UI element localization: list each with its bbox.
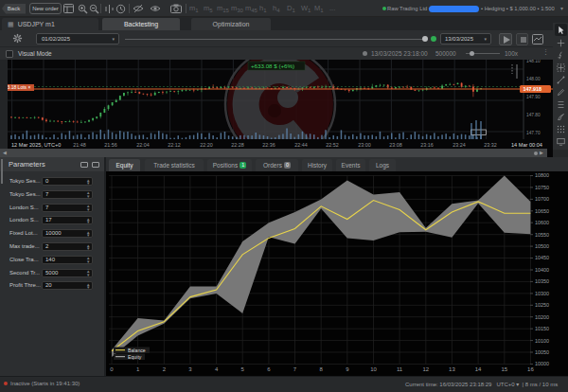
- svg-text:23:16: 23:16: [420, 142, 434, 148]
- svg-text:10800: 10800: [535, 172, 549, 178]
- svg-text:10750: 10750: [535, 185, 549, 190]
- svg-text:Equity: Equity: [128, 354, 142, 360]
- svg-text:14 Mar 00:04: 14 Mar 00:04: [511, 142, 542, 148]
- svg-text:10350: 10350: [535, 278, 549, 284]
- svg-text:148.10: 148.10: [526, 60, 541, 63]
- svg-text:147.918: 147.918: [524, 86, 542, 92]
- svg-text:22:52: 22:52: [326, 142, 339, 148]
- svg-text:10100: 10100: [535, 338, 549, 344]
- svg-text:22:28: 22:28: [231, 142, 244, 148]
- svg-text:10000: 10000: [535, 361, 549, 366]
- svg-text:10200: 10200: [535, 314, 549, 320]
- svg-text:10150: 10150: [535, 326, 549, 331]
- svg-text:10700: 10700: [535, 196, 549, 202]
- svg-text:22:20: 22:20: [200, 142, 213, 148]
- svg-text:22:44: 22:44: [294, 142, 308, 148]
- svg-text:10050: 10050: [535, 349, 549, 355]
- svg-text:23:24: 23:24: [453, 142, 466, 148]
- svg-text:23:00: 23:00: [358, 142, 371, 148]
- svg-text:10550: 10550: [535, 232, 549, 238]
- svg-text:11: 11: [397, 366, 403, 372]
- svg-text:10650: 10650: [535, 208, 549, 214]
- svg-text:10250: 10250: [535, 302, 549, 308]
- svg-text:147.80: 147.80: [526, 113, 541, 117]
- svg-text:3.18 Lots ×: 3.18 Lots ×: [8, 84, 30, 90]
- svg-text:21:56: 21:56: [104, 142, 117, 148]
- svg-text:10600: 10600: [535, 220, 549, 225]
- svg-text:12 Mar 2025, UTC+0: 12 Mar 2025, UTC+0: [11, 142, 61, 148]
- svg-text:21:48: 21:48: [73, 142, 86, 148]
- svg-text:23:32: 23:32: [484, 142, 497, 148]
- svg-text:10450: 10450: [535, 255, 549, 260]
- svg-text:10: 10: [370, 366, 377, 372]
- svg-text:22:12: 22:12: [168, 142, 181, 148]
- svg-text:+633.08 $ (+6%): +633.08 $ (+6%): [251, 62, 294, 69]
- svg-text:147.70: 147.70: [526, 131, 541, 135]
- svg-text:147.90: 147.90: [526, 95, 541, 99]
- svg-text:16: 16: [527, 366, 534, 372]
- svg-text:Balance: Balance: [128, 347, 146, 353]
- svg-text:22:36: 22:36: [262, 142, 275, 148]
- svg-text:10500: 10500: [535, 243, 549, 249]
- svg-text:10300: 10300: [535, 291, 549, 296]
- svg-text:10400: 10400: [535, 267, 549, 273]
- svg-text:14: 14: [475, 366, 482, 372]
- svg-text:23:08: 23:08: [389, 142, 402, 148]
- svg-text:22:04: 22:04: [136, 142, 150, 148]
- svg-text:148.00: 148.00: [526, 77, 541, 81]
- svg-text:15: 15: [501, 366, 507, 372]
- svg-text:13: 13: [449, 366, 455, 372]
- svg-text:12: 12: [422, 366, 429, 372]
